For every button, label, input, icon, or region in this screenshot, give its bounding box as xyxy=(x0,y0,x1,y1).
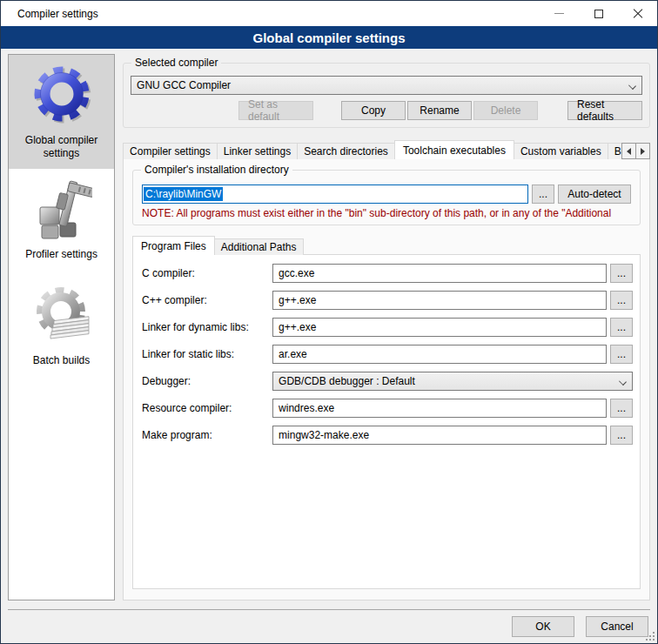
caliper-icon xyxy=(31,178,92,244)
arrow-left-icon xyxy=(627,148,631,155)
resource-compiler-input[interactable] xyxy=(272,399,607,418)
make-program-row: Make program: ... xyxy=(142,426,633,445)
resize-grip[interactable] xyxy=(653,639,655,641)
toolchain-executables-page: Compiler's installation directory C:\ray… xyxy=(123,158,650,600)
banner-title: Global compiler settings xyxy=(252,30,405,45)
linker-static-row: Linker for static libs: ... xyxy=(142,345,633,364)
make-program-input[interactable] xyxy=(272,426,607,445)
minimize-button[interactable] xyxy=(540,1,579,26)
resource-compiler-label: Resource compiler: xyxy=(142,402,272,414)
chevron-down-icon xyxy=(629,82,636,89)
c-compiler-row: C compiler: ... xyxy=(142,264,633,283)
chevron-down-icon xyxy=(620,378,627,385)
rename-button[interactable]: Rename xyxy=(407,101,472,120)
tab-additional-paths[interactable]: Additional Paths xyxy=(214,238,304,255)
settings-notebook: Compiler settings Linker settings Search… xyxy=(123,140,650,600)
install-dir-selected-text: C:\raylib\MinGW xyxy=(144,187,223,201)
copy-button[interactable]: Copy xyxy=(341,101,406,120)
tab-custom-variables[interactable]: Custom variables xyxy=(514,143,608,159)
maximize-button[interactable] xyxy=(579,1,618,26)
installation-directory-row: C:\raylib\MinGW ... Auto-detect xyxy=(142,184,631,204)
c-compiler-browse-button[interactable]: ... xyxy=(610,264,633,283)
window-controls xyxy=(540,1,657,26)
installation-directory-group: Compiler's installation directory C:\ray… xyxy=(132,170,641,225)
delete-button[interactable]: Delete xyxy=(473,101,538,120)
install-dir-input[interactable]: C:\raylib\MinGW xyxy=(142,184,528,204)
selected-compiler-legend: Selected compiler xyxy=(131,57,221,69)
sidebar-item-batch-builds[interactable]: Batch builds xyxy=(9,261,114,367)
footer: OK Cancel xyxy=(1,610,657,643)
compiler-settings-dialog: Compiler settings Global compiler settin… xyxy=(0,0,658,644)
linker-static-browse-button[interactable]: ... xyxy=(610,345,633,364)
programs-notebook: Program Files Additional Paths C compile… xyxy=(132,236,641,589)
selected-compiler-group: Selected compiler GNU GCC Compiler Set a… xyxy=(123,63,650,128)
cpp-compiler-row: C++ compiler: ... xyxy=(142,291,633,310)
auto-detect-button[interactable]: Auto-detect xyxy=(558,184,631,204)
sidebar-item-label: Global compiler settings xyxy=(12,130,111,160)
dialog-content: Global compiler settings xyxy=(1,49,657,609)
tab-linker-settings[interactable]: Linker settings xyxy=(217,143,298,159)
sidebar-item-global-compiler-settings[interactable]: Global compiler settings xyxy=(9,55,114,169)
debugger-select[interactable]: GDB/CDB debugger : Default xyxy=(272,372,633,391)
sidebar-item-label: Batch builds xyxy=(33,350,90,367)
tab-toolchain-executables[interactable]: Toolchain executables xyxy=(394,140,514,159)
close-icon xyxy=(633,9,643,19)
linker-static-label: Linker for static libs: xyxy=(142,348,272,360)
minimize-icon xyxy=(554,13,564,14)
make-program-browse-button[interactable]: ... xyxy=(610,426,633,445)
programs-tabstrip: Program Files Additional Paths xyxy=(132,236,641,255)
blue-gear-icon xyxy=(29,62,95,130)
resource-compiler-browse-button[interactable]: ... xyxy=(610,399,633,418)
tab-scroll-left-button[interactable] xyxy=(621,143,636,159)
install-dir-browse-button[interactable]: ... xyxy=(532,184,554,204)
installation-directory-legend: Compiler's installation directory xyxy=(141,164,292,176)
linker-dynamic-label: Linker for dynamic libs: xyxy=(142,321,272,333)
tab-program-files[interactable]: Program Files xyxy=(132,236,215,255)
arrow-right-icon xyxy=(641,148,645,155)
cpp-compiler-browse-button[interactable]: ... xyxy=(610,291,633,310)
compiler-select-value: GNU GCC Compiler xyxy=(137,79,231,91)
debugger-select-value: GDB/CDB debugger : Default xyxy=(279,375,415,387)
settings-tabstrip: Compiler settings Linker settings Search… xyxy=(123,140,650,159)
window-title: Compiler settings xyxy=(1,8,98,20)
linker-dynamic-browse-button[interactable]: ... xyxy=(610,318,633,337)
close-button[interactable] xyxy=(618,1,657,26)
tab-scroll-right-button[interactable] xyxy=(635,143,650,159)
program-files-page: C compiler: ... C++ compiler: ... Linker xyxy=(132,254,641,589)
cpp-compiler-input[interactable] xyxy=(272,291,607,310)
tab-search-directories[interactable]: Search directories xyxy=(297,143,395,159)
linker-dynamic-input[interactable] xyxy=(272,318,607,337)
tab-compiler-settings[interactable]: Compiler settings xyxy=(123,143,218,159)
gray-gear-stack-icon xyxy=(30,284,94,350)
sidebar-item-label: Profiler settings xyxy=(25,244,97,261)
reset-defaults-button[interactable]: Reset defaults xyxy=(567,101,642,120)
ok-button[interactable]: OK xyxy=(512,616,574,637)
dialog-banner: Global compiler settings xyxy=(1,26,657,49)
cancel-button[interactable]: Cancel xyxy=(586,616,648,637)
make-program-label: Make program: xyxy=(142,429,272,441)
cpp-compiler-label: C++ compiler: xyxy=(142,294,272,306)
compiler-select[interactable]: GNU GCC Compiler xyxy=(131,76,642,95)
c-compiler-input[interactable] xyxy=(272,264,607,283)
c-compiler-label: C compiler: xyxy=(142,267,272,279)
resource-compiler-row: Resource compiler: ... xyxy=(142,399,633,418)
debugger-label: Debugger: xyxy=(142,375,272,387)
debugger-row: Debugger: GDB/CDB debugger : Default xyxy=(142,372,633,391)
main-panel: Selected compiler GNU GCC Compiler Set a… xyxy=(123,54,650,600)
titlebar: Compiler settings xyxy=(1,1,657,26)
maximize-icon xyxy=(594,10,603,18)
compiler-buttons-row: Set as default Copy Rename Delete Reset … xyxy=(131,101,642,120)
set-as-default-button[interactable]: Set as default xyxy=(238,101,313,120)
sidebar-item-profiler-settings[interactable]: Profiler settings xyxy=(9,169,114,261)
linker-dynamic-row: Linker for dynamic libs: ... xyxy=(142,318,633,337)
tab-scroll-arrows xyxy=(622,143,650,159)
settings-sidebar: Global compiler settings xyxy=(8,54,115,600)
install-dir-note: NOTE: All programs must exist either in … xyxy=(142,207,631,219)
linker-static-input[interactable] xyxy=(272,345,607,364)
